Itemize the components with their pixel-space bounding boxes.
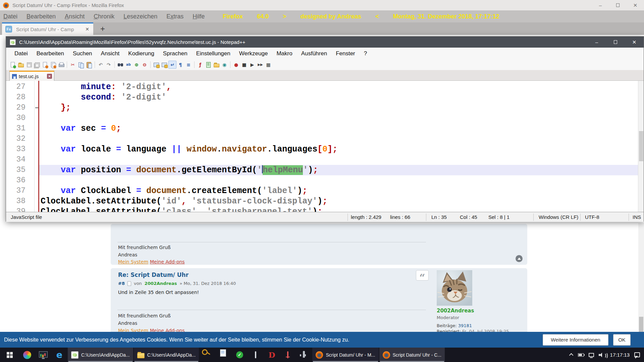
start-button[interactable] bbox=[0, 348, 19, 362]
editor-scrollbar-thumb[interactable] bbox=[639, 131, 643, 161]
save-file-icon[interactable] bbox=[25, 61, 33, 69]
menu-hilfe[interactable]: Hilfe bbox=[193, 13, 205, 20]
new-tab-button[interactable]: + bbox=[97, 22, 109, 35]
menu-werkzeuge[interactable]: Werkzeuge bbox=[235, 50, 272, 57]
taskbar-button-script-datum-uhr-m[interactable]: Script Datum/ Uhr - M... bbox=[312, 348, 378, 362]
menu-bearbeiten[interactable]: Bearbeiten bbox=[32, 50, 68, 57]
post-author-link[interactable]: 2002Andreas bbox=[145, 281, 177, 286]
close-button[interactable]: ✕ bbox=[625, 37, 644, 48]
maximize-button[interactable] bbox=[606, 37, 625, 48]
antivirus-icon[interactable] bbox=[232, 348, 247, 362]
minimize-button[interactable]: – bbox=[587, 37, 606, 48]
indent-guide-icon[interactable]: ≡ bbox=[184, 61, 193, 69]
editor-tab[interactable]: test.uc.js ✕ bbox=[9, 71, 54, 81]
redo-icon[interactable]: ↷ bbox=[105, 61, 113, 69]
macro-stop-icon[interactable]: ■ bbox=[240, 61, 248, 69]
link-mein-system[interactable]: Mein System bbox=[118, 259, 148, 264]
show-all-characters-icon[interactable]: ¶ bbox=[176, 61, 184, 69]
sync-scroll-horizontal-icon[interactable] bbox=[160, 61, 168, 69]
profile-name[interactable]: 2002Andreas bbox=[437, 308, 474, 314]
paste-icon[interactable] bbox=[85, 61, 93, 69]
key-icon[interactable] bbox=[200, 348, 215, 362]
find-icon[interactable] bbox=[116, 61, 124, 69]
menu-chronik[interactable]: Chronik bbox=[94, 13, 114, 20]
menu-einstellungen[interactable]: Einstellungen bbox=[192, 50, 235, 57]
line-number[interactable]: 27 bbox=[6, 82, 30, 92]
menu-makro[interactable]: Makro bbox=[272, 50, 297, 57]
volume-icon[interactable] bbox=[599, 352, 605, 358]
line-number[interactable]: 39 bbox=[6, 206, 30, 212]
network-icon[interactable] bbox=[589, 353, 594, 357]
menu-bearbeiten[interactable]: Bearbeiten bbox=[26, 13, 56, 20]
cookie-ok-button[interactable]: OK bbox=[613, 334, 631, 346]
post-title[interactable]: Re: Script Datum/ Uhr bbox=[118, 272, 189, 278]
folder-as-workspace-icon[interactable] bbox=[212, 61, 220, 69]
code-lines[interactable]: 27 minute: '2-digit',28 second: '2-digit… bbox=[6, 82, 638, 212]
battery-icon[interactable] bbox=[578, 353, 584, 357]
menu-datei[interactable]: Datei bbox=[10, 50, 32, 57]
replace-icon[interactable]: ab bbox=[124, 61, 132, 69]
cut-icon[interactable]: ✂ bbox=[69, 61, 77, 69]
tab-close-icon[interactable]: ✕ bbox=[83, 26, 93, 32]
menu-kodierung[interactable]: Kodierung bbox=[124, 50, 159, 57]
menu-sprachen[interactable]: Sprachen bbox=[159, 50, 192, 57]
line-number[interactable]: 30 bbox=[6, 113, 30, 123]
zoom-out-icon[interactable]: ⊖ bbox=[141, 61, 149, 69]
new-file-icon[interactable] bbox=[9, 61, 17, 69]
close-button[interactable]: ✕ bbox=[627, 0, 644, 10]
clock[interactable]: 17:17:13 bbox=[610, 352, 630, 358]
function-list-icon[interactable]: ƒ bbox=[196, 61, 204, 69]
avatar[interactable] bbox=[437, 270, 472, 306]
line-number[interactable]: 28 bbox=[6, 92, 30, 103]
photos-icon[interactable] bbox=[19, 348, 35, 362]
document-map-icon[interactable] bbox=[204, 61, 212, 69]
edge-icon[interactable] bbox=[52, 348, 67, 362]
macro-record-icon[interactable]: ● bbox=[232, 61, 240, 69]
close-all-icon[interactable] bbox=[49, 61, 57, 69]
menu-datei[interactable]: Datei bbox=[3, 13, 17, 20]
tray-expand-icon[interactable] bbox=[569, 353, 573, 358]
line-number[interactable]: 35 bbox=[6, 165, 30, 175]
line-number[interactable]: 34 bbox=[6, 155, 30, 165]
undo-icon[interactable]: ↶ bbox=[97, 61, 105, 69]
open-file-icon[interactable] bbox=[17, 61, 25, 69]
menu-lesezeichen[interactable]: Lesezeichen bbox=[123, 13, 157, 20]
status-eol-format[interactable]: Windows (CR LF) bbox=[539, 212, 578, 222]
chart-icon[interactable] bbox=[36, 348, 51, 362]
menu-suchen[interactable]: Suchen bbox=[68, 50, 97, 57]
headset-icon[interactable] bbox=[296, 348, 312, 362]
line-number[interactable]: 36 bbox=[6, 175, 30, 186]
line-number[interactable]: 32 bbox=[6, 134, 30, 144]
menu-help[interactable]: ? bbox=[360, 50, 371, 57]
d-tool-icon[interactable] bbox=[264, 348, 279, 362]
print-icon[interactable] bbox=[57, 61, 65, 69]
menu-ansicht[interactable]: Ansicht bbox=[65, 13, 85, 20]
posts-value[interactable]: 39181 bbox=[458, 323, 472, 328]
save-all-icon[interactable] bbox=[33, 61, 41, 69]
page-scrollbar[interactable] bbox=[638, 223, 644, 348]
macro-play-icon[interactable]: ▶ bbox=[248, 61, 256, 69]
post-doc-icon[interactable] bbox=[127, 281, 131, 286]
code-editor[interactable]: 27 minute: '2-digit',28 second: '2-digit… bbox=[6, 81, 644, 212]
word-wrap-icon[interactable]: ↵ bbox=[168, 61, 176, 69]
line-number[interactable]: 29 bbox=[6, 103, 30, 113]
close-file-icon[interactable] bbox=[41, 61, 49, 69]
copy-icon[interactable] bbox=[77, 61, 85, 69]
phone-icon[interactable] bbox=[248, 348, 263, 362]
menu-extras[interactable]: Extras bbox=[166, 13, 183, 20]
fold-marker-icon[interactable] bbox=[35, 107, 38, 108]
zoom-in-icon[interactable]: ⊕ bbox=[132, 61, 141, 69]
line-number[interactable]: 31 bbox=[6, 123, 30, 134]
editor-scrollbar[interactable] bbox=[638, 81, 644, 212]
taskbar-button-c-users-andi-appda[interactable]: C:\Users\Andi\AppDa... bbox=[134, 348, 199, 362]
cookie-info-button[interactable]: Weitere Informationen bbox=[543, 334, 608, 346]
menu-fenster[interactable]: Fenster bbox=[331, 50, 360, 57]
notes-icon[interactable] bbox=[216, 348, 231, 362]
menu-ausf-hren[interactable]: Ausführen bbox=[297, 50, 332, 57]
minimize-button[interactable]: – bbox=[592, 0, 609, 10]
document-monitoring-icon[interactable]: ◉ bbox=[220, 61, 228, 69]
restore-button[interactable] bbox=[609, 0, 627, 10]
remote-icon[interactable] bbox=[280, 348, 296, 362]
link-meine-addons[interactable]: Meine Add-ons bbox=[150, 259, 185, 264]
scroll-to-top-icon[interactable] bbox=[516, 255, 523, 262]
